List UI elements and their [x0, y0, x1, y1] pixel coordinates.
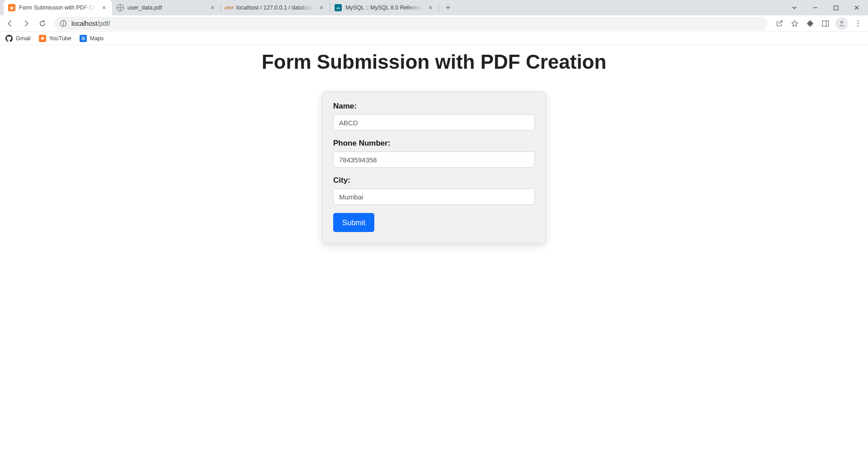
- forward-button[interactable]: [19, 16, 33, 31]
- phone-input[interactable]: [333, 152, 535, 168]
- globe-icon: [117, 4, 124, 11]
- address-bar[interactable]: localhost/pdf/: [54, 17, 768, 30]
- share-icon[interactable]: [772, 16, 787, 31]
- extensions-icon[interactable]: [803, 16, 817, 31]
- maps-icon: ⊞: [80, 35, 87, 42]
- tab-separator: [439, 3, 439, 12]
- svg-rect-1: [834, 6, 838, 10]
- phone-label: Phone Number:: [333, 139, 535, 148]
- url-text: localhost/pdf/: [71, 20, 110, 27]
- close-icon[interactable]: ×: [209, 4, 216, 11]
- browser-tab-strip: ⊗ Form Submission with PDF Creati × user…: [0, 0, 868, 15]
- menu-icon[interactable]: [851, 16, 865, 31]
- minimize-button[interactable]: [805, 0, 826, 15]
- page-content: Form Submission with PDF Creation Name: …: [0, 45, 868, 243]
- url-path: /pdf/: [97, 20, 110, 27]
- bookmark-label: Gmail: [16, 35, 31, 42]
- city-input[interactable]: [333, 189, 535, 205]
- url-host: localhost: [71, 20, 97, 27]
- close-icon[interactable]: ×: [427, 4, 434, 11]
- browser-tab[interactable]: pMA localhost / 127.0.0.1 / database / ×: [221, 0, 330, 15]
- mysql-icon: [335, 4, 342, 11]
- bookmarks-bar: Gmail ⊗ YouTube ⊞ Maps: [0, 32, 868, 45]
- svg-point-12: [858, 25, 859, 26]
- new-tab-button[interactable]: +: [442, 1, 454, 14]
- city-label: City:: [333, 176, 535, 185]
- tab-title: localhost / 127.0.0.1 / database /: [236, 5, 314, 11]
- phpmyadmin-icon: pMA: [226, 4, 233, 11]
- svg-point-9: [840, 21, 843, 24]
- sidepanel-icon[interactable]: [818, 16, 833, 31]
- browser-tab[interactable]: MySQL :: MySQL 8.0 Reference M ×: [330, 0, 439, 15]
- form-group-name: Name:: [333, 102, 535, 131]
- bookmark-star-icon[interactable]: [788, 16, 802, 31]
- site-info-icon[interactable]: [60, 20, 67, 27]
- bookmark-gmail[interactable]: Gmail: [5, 35, 31, 42]
- form-group-phone: Phone Number:: [333, 139, 535, 168]
- svg-rect-7: [822, 21, 829, 26]
- close-icon[interactable]: ×: [100, 4, 108, 11]
- submit-button[interactable]: Submit: [333, 213, 374, 232]
- browser-tab[interactable]: ⊗ Form Submission with PDF Creati ×: [4, 0, 112, 15]
- bookmark-label: YouTube: [49, 35, 71, 42]
- youtube-icon: ⊗: [39, 35, 46, 42]
- bookmark-label: Maps: [90, 35, 104, 42]
- bookmark-maps[interactable]: ⊞ Maps: [80, 35, 104, 42]
- browser-tab[interactable]: user_data.pdf ×: [112, 0, 221, 15]
- github-icon: [5, 35, 13, 42]
- tab-title: MySQL :: MySQL 8.0 Reference M: [345, 5, 423, 11]
- name-input[interactable]: [333, 114, 535, 131]
- chevron-down-icon[interactable]: [784, 0, 805, 15]
- svg-rect-6: [63, 23, 63, 25]
- back-button[interactable]: [3, 16, 17, 31]
- browser-toolbar: localhost/pdf/: [0, 15, 868, 32]
- window-controls: [784, 0, 868, 15]
- reload-button[interactable]: [35, 16, 50, 31]
- form-group-city: City:: [333, 176, 535, 205]
- xampp-icon: ⊗: [8, 4, 15, 11]
- window-close-button[interactable]: [846, 0, 867, 15]
- toolbar-right: [772, 16, 865, 31]
- svg-point-10: [858, 20, 859, 21]
- maximize-button[interactable]: [826, 0, 846, 15]
- svg-point-5: [63, 22, 64, 23]
- profile-avatar-icon[interactable]: [835, 17, 848, 30]
- svg-point-11: [858, 23, 859, 24]
- tab-title: user_data.pdf: [127, 5, 205, 11]
- tab-title: Form Submission with PDF Creati: [19, 5, 97, 11]
- form-card: Name: Phone Number: City: Submit: [322, 91, 546, 243]
- close-icon[interactable]: ×: [318, 4, 325, 11]
- name-label: Name:: [333, 102, 535, 111]
- bookmark-youtube[interactable]: ⊗ YouTube: [39, 35, 71, 42]
- page-title: Form Submission with PDF Creation: [0, 51, 868, 73]
